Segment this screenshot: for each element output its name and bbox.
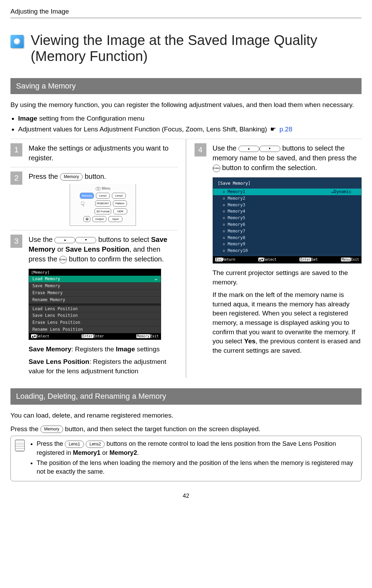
step-number: 1: [10, 143, 22, 156]
step-2-body: Press the Memory button. ☰ Menu Memory L…: [29, 171, 177, 226]
down-button-icon: [75, 237, 96, 243]
save-row-4: ▫ Memory4: [213, 208, 362, 215]
tip-2: The position of the lens when loading th…: [37, 459, 357, 476]
page-title: Viewing the Image at the Saved Image Qua…: [31, 32, 362, 64]
down-button-icon: [259, 146, 280, 152]
tip-1: Press the Lens1 Lens2 buttons on the rem…: [37, 440, 357, 457]
menu-item-erase-lens: Erase Lens Position: [29, 319, 161, 326]
s3-opt2: Save Lens Position: [66, 245, 129, 253]
s3-desc2: Save Lens Position: Registers the adjust…: [29, 357, 177, 376]
save-row-10: ▫ Memory10: [213, 247, 362, 254]
enter-button-icon: Enter: [213, 165, 220, 172]
save-row-9: ▫ Memory9: [213, 241, 362, 247]
step-3-body: Use the buttons to select Save Memory or…: [29, 235, 177, 376]
up-button-icon: [238, 146, 259, 152]
menu-item-erase: Erase Memory: [29, 290, 161, 297]
step-1-text: Make the settings or adjustments you wan…: [29, 143, 177, 163]
remote-input-button: Input: [108, 216, 122, 222]
step-2: 2 Press the Memory button. ☰ Menu Memory…: [10, 171, 177, 226]
menu-item-save: Save Memory: [29, 283, 161, 290]
remote-pattern-button: Pattern: [113, 200, 127, 206]
remote-lens1-button: Lens1: [96, 193, 110, 199]
step-2-pre: Press the: [29, 173, 60, 180]
right-column: 4 Use the buttons to select the memory n…: [186, 139, 362, 378]
note-icon: [15, 440, 25, 451]
steps-columns: 1 Make the settings or adjustments you w…: [10, 139, 362, 378]
step-separator: [10, 167, 177, 167]
bullet-rest: setting from the Configuration menu: [37, 115, 144, 122]
page-number: 42: [10, 492, 362, 500]
step-number: 2: [10, 171, 22, 185]
bullet2-text: Adjustment values for Lens Adjustment Fu…: [18, 125, 269, 133]
section-heading-loading: Loading, Deleting, and Renaming a Memory: [10, 388, 362, 405]
step-1: 1 Make the settings or adjustments you w…: [10, 143, 177, 163]
step-4-body: Use the buttons to select the memory nam…: [213, 143, 362, 355]
remote-diagram: ☰ Menu Memory Lens1 Lens2 RGBCMY Pattern…: [70, 184, 136, 226]
memory-button-inline: Memory: [60, 173, 83, 181]
saving-intro: By using the memory function, you can re…: [10, 100, 362, 110]
running-header: Adjusting the Image: [10, 7, 362, 18]
menu-footer: ▲▼Select EnterEnter MemoryExit: [29, 333, 161, 339]
step-3: 3 Use the buttons to select Save Memory …: [10, 235, 177, 376]
step-number: 4: [195, 143, 206, 156]
memory-menu-screenshot: [Memory] Load Memory ↵ Save Memory Erase…: [29, 269, 161, 340]
s3-post: button to confirm the selection.: [69, 255, 164, 263]
remote-lens2-button: Lens2: [112, 193, 126, 199]
loading-press-line: Press the Memory button, and then select…: [10, 425, 362, 434]
remote-menu-label: ☰ Menu: [74, 186, 132, 191]
bullet-image-setting: Image setting from the Configuration men…: [18, 114, 362, 123]
save-memory-screenshot: [Save Memory] ▫ Memory1 ↵Dynamic ▫ Memor…: [213, 177, 362, 264]
remote-output-button: Output: [92, 216, 106, 222]
remote-memory-button: Memory: [80, 193, 94, 199]
page-title-row: Viewing the Image at the Saved Image Qua…: [10, 32, 362, 64]
tip-list: Press the Lens1 Lens2 buttons on the rem…: [30, 440, 357, 478]
s3-or: or: [57, 245, 65, 253]
step-2-post: button.: [85, 173, 106, 180]
up-button-icon: [54, 237, 75, 243]
save-row-8: ▫ Memory8: [213, 235, 362, 241]
menu-item-rename: Rename Memory: [29, 297, 161, 304]
loading-intro: You can load, delete, and rename registe…: [10, 411, 362, 420]
pointer-icon: [269, 125, 278, 133]
menu-item-rename-lens: Rename Lens Position: [29, 326, 161, 333]
step-number: 3: [10, 235, 22, 248]
menu-item-load-lens: Load Lens Position: [29, 306, 161, 313]
save-row-3: ▫ Memory3: [213, 202, 362, 208]
section-heading-saving: Saving a Memory: [10, 78, 362, 94]
save-row-1: ▫ Memory1 ↵Dynamic: [213, 189, 362, 195]
enter-button-icon: Enter: [59, 256, 67, 264]
lens2-button-inline: Lens2: [86, 441, 105, 448]
page-ref-link[interactable]: p.28: [279, 125, 292, 133]
s4-note1: The current projector settings are saved…: [213, 268, 362, 287]
step-separator: [10, 230, 177, 230]
s3-pre: Use the: [29, 236, 54, 243]
remote-rgbcmy-button: RGBCMY: [95, 200, 111, 206]
s4-pre: Use the: [213, 144, 238, 152]
menu-item-load: Load Memory ↵: [29, 276, 161, 283]
save-row-6: ▫ Memory6: [213, 221, 362, 228]
title-bullet-icon: [10, 35, 24, 48]
tip-box: Press the Lens1 Lens2 buttons on the rem…: [10, 436, 362, 481]
saving-bullets: Image setting from the Configuration men…: [10, 114, 362, 134]
remote-power-button: ⏻: [83, 216, 90, 222]
remote-3dformat-button: 3D Format: [94, 208, 111, 214]
remote-hdr-button: HDR: [113, 208, 127, 214]
s3-desc1: Save Memory: Registers the Image setting…: [29, 345, 177, 354]
s4-post: button to confirm the selection.: [222, 164, 317, 171]
left-column: 1 Make the settings or adjustments you w…: [10, 139, 186, 378]
save-row-7: ▫ Memory7: [213, 228, 362, 235]
save-title: [Save Memory]: [213, 181, 362, 189]
save-row-2: ▫ Memory2: [213, 195, 362, 202]
bullet-strong: Image: [18, 115, 37, 122]
step-4: 4 Use the buttons to select the memory n…: [195, 143, 362, 355]
save-row-5: ▫ Memory5: [213, 215, 362, 221]
bullet-lens-adjust: Adjustment values for Lens Adjustment Fu…: [18, 125, 362, 134]
save-footer: EscReturn ▲▼Select EnterSet MenuExit: [213, 256, 362, 263]
menu-title: [Memory]: [29, 269, 161, 276]
lens1-button-inline: Lens1: [65, 441, 84, 448]
s3-mid1: buttons to select: [98, 236, 151, 243]
s4-note2: If the mark on the left of the memory na…: [213, 290, 362, 355]
menu-item-save-lens: Save Lens Position: [29, 312, 161, 319]
memory-button-inline: Memory: [40, 426, 63, 433]
